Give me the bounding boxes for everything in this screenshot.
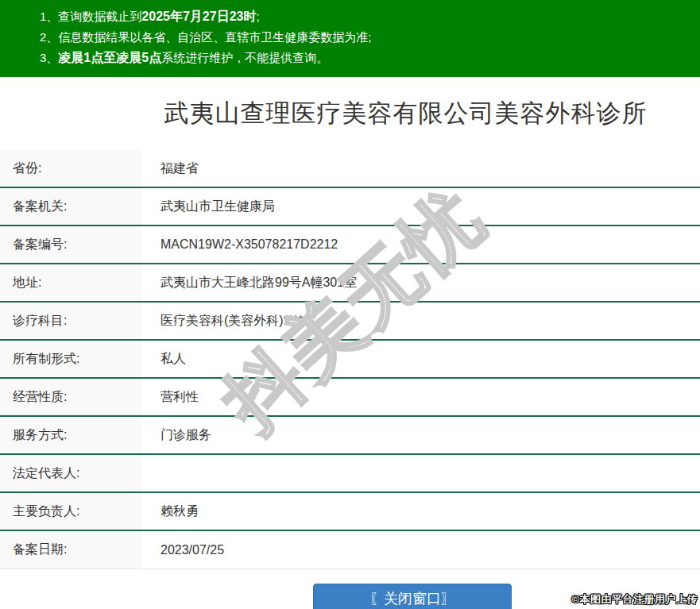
table-row: 所有制形式: 私人 [0, 341, 700, 379]
info-table: 省份: 福建省 备案机关: 武夷山市卫生健康局 备案编号: MACN19W2-X… [0, 150, 700, 569]
table-row: 备案机关: 武夷山市卫生健康局 [0, 188, 700, 226]
row-value: 武夷山市卫生健康局 [141, 188, 700, 225]
table-row: 省份: 福建省 [0, 150, 700, 188]
row-label: 法定代表人: [0, 455, 141, 491]
row-label: 主要负责人: [0, 493, 141, 530]
table-row: 法定代表人: [0, 455, 700, 493]
row-value [141, 455, 700, 491]
table-row: 服务方式: 门诊服务 [0, 417, 700, 455]
table-row: 经营性质: 营利性 [0, 379, 700, 417]
row-value: MACN19W2-X35078217D2212 [141, 226, 700, 263]
table-row: 地址: 武夷山市大王峰北路99号A幢301室 [0, 264, 700, 303]
row-label: 备案编号: [0, 226, 141, 263]
row-label: 诊疗科目: [0, 303, 141, 339]
notice-line: 2、信息数据结果以各省、自治区、直辖市卫生健康委数据为准; [40, 27, 692, 48]
notice-line: 3、凌晨1点至凌晨5点系统进行维护，不能提供查询。 [40, 48, 692, 68]
row-value: 福建省 [141, 150, 700, 187]
row-value: 医疗美容科(美容外科)****** [141, 303, 700, 339]
row-value: 2023/07/25 [141, 531, 700, 569]
row-label: 所有制形式: [0, 341, 141, 377]
title-wrap: 武夷山查理医疗美容有限公司美容外科诊所 [111, 77, 700, 150]
notice-bar: 1、查询数据截止到2025年7月27日23时;2、信息数据结果以各省、自治区、直… [0, 0, 700, 77]
table-row: 主要负责人: 赖秋勇 [0, 493, 700, 531]
row-value: 门诊服务 [141, 417, 700, 453]
row-value: 私人 [141, 341, 700, 377]
table-row: 备案编号: MACN19W2-X35078217D2212 [0, 226, 700, 264]
row-label: 服务方式: [0, 417, 141, 453]
page-title: 武夷山查理医疗美容有限公司美容外科诊所 [164, 97, 648, 130]
footer-note: ©本图由平台注册用户上传 [571, 592, 698, 607]
row-label: 备案机关: [0, 188, 141, 225]
row-value: 武夷山市大王峰北路99号A幢301室 [141, 264, 700, 301]
row-label: 备案日期: [0, 531, 141, 569]
table-row: 备案日期: 2023/07/25 [0, 531, 700, 569]
row-value: 营利性 [141, 379, 700, 415]
close-window-button[interactable]: 〖关闭窗口〗 [313, 584, 512, 609]
table-row: 诊疗科目: 医疗美容科(美容外科)****** [0, 303, 700, 341]
row-label: 省份: [0, 150, 141, 187]
row-value: 赖秋勇 [141, 493, 700, 530]
notice-line: 1、查询数据截止到2025年7月27日23时; [40, 6, 692, 27]
row-label: 地址: [0, 264, 141, 301]
row-label: 经营性质: [0, 379, 141, 415]
